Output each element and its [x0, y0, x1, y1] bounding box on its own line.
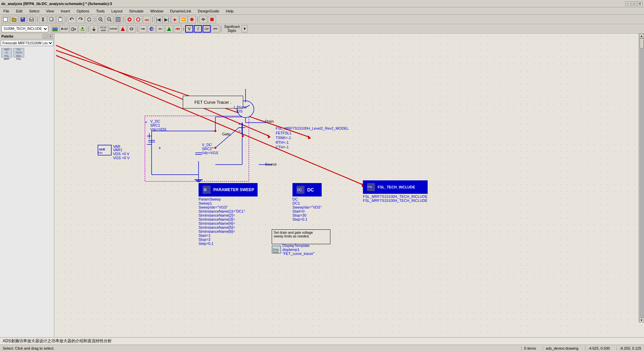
maximize-button[interactable]: □	[631, 1, 637, 6]
gnd-btn[interactable]	[90, 25, 98, 33]
vert2-btn[interactable]: I	[194, 25, 202, 33]
note-box: Set drain and gate voltagesweep limits a…	[272, 229, 330, 244]
vert-btn[interactable]: V	[185, 25, 193, 33]
zoom-in-button[interactable]	[97, 16, 105, 23]
svg-rect-4	[30, 17, 33, 19]
zoom-out-button[interactable]	[105, 16, 113, 23]
menu-view[interactable]: View	[44, 8, 56, 14]
copy-button[interactable]	[48, 16, 56, 23]
undo-button[interactable]	[68, 16, 76, 23]
net-btn[interactable]	[70, 25, 78, 33]
svg-marker-36	[81, 27, 84, 29]
palette-close-button[interactable]: ✕	[48, 34, 53, 38]
save-button[interactable]	[19, 16, 27, 23]
palette-fsl-label: FSL	[16, 57, 21, 60]
svg-point-99	[242, 135, 244, 137]
fet-curve-tracer-label: FET Curve Tracer .	[195, 100, 231, 105]
menu-select[interactable]: Select	[27, 8, 42, 14]
display-template-container: Disp Temp DisplayTemplate. disptemp1 "FE…	[272, 244, 315, 256]
menu-insert[interactable]: Insert	[59, 8, 72, 14]
svg-text:Temp: Temp	[273, 251, 278, 254]
play-button[interactable]: ▶	[171, 16, 179, 23]
scroll-down-button[interactable]: ▼	[639, 318, 644, 322]
title-bar: dc_analysis [RFPA_lib:DC_analysis:schema…	[0, 0, 644, 7]
wave2-button[interactable]	[199, 16, 207, 23]
port-btn[interactable]	[156, 25, 164, 33]
menu-tools[interactable]: Tools	[94, 8, 107, 14]
redo-button[interactable]	[76, 16, 85, 23]
palette-item-mrf[interactable]: MRFICFSL MRF	[1, 48, 12, 60]
svg-rect-61	[145, 116, 249, 181]
menu-help[interactable]: Help	[224, 8, 236, 14]
param-sweep-box[interactable]: ⚙ PARAMETER SWEEP	[199, 183, 258, 196]
cut-button[interactable]	[39, 16, 47, 23]
param-sim6: SimInstanceName[6]=	[199, 229, 258, 233]
param-sweep-icon: ⚙	[202, 185, 211, 194]
record-button[interactable]	[188, 16, 196, 23]
dc-stop: Stop=30	[292, 213, 322, 217]
wave3-btn[interactable]	[174, 25, 182, 33]
svg-line-14	[102, 20, 103, 21]
stop-button[interactable]	[134, 16, 142, 23]
wave-button[interactable]	[143, 16, 151, 23]
menu-designguide[interactable]: DesignGuide	[196, 8, 221, 14]
layer-btn[interactable]	[51, 25, 59, 33]
status-bar: ADS射频功率放大器设计之功率放大器的介绍和直流特性分析 Select: Cli…	[0, 337, 644, 352]
schematic-canvas[interactable]: + + VAR Eqn FET Curve Tracer . V_DC SRC1…	[54, 34, 644, 337]
scrollbar-right[interactable]: ▲ ▼	[639, 34, 644, 322]
iprobe-ids-label: IDS	[236, 109, 243, 113]
toolbar-1: |◀ ▶| ▶ ⏩	[0, 15, 644, 24]
step-fwd-button[interactable]: ▶|	[163, 16, 171, 23]
scrollbar-thumb[interactable]	[640, 38, 644, 48]
open-button[interactable]	[10, 16, 18, 23]
step-back-button[interactable]: |◀	[154, 16, 162, 23]
minimize-button[interactable]: ─	[625, 1, 631, 6]
dc-step: Step=0.1	[292, 217, 322, 221]
palette-library-combo[interactable]: Freescale MRF7S15100M Level2 Re▼	[1, 40, 53, 46]
red-marker-btn[interactable]	[119, 25, 127, 33]
refresh-button[interactable]	[85, 16, 93, 23]
zoom-fit-button[interactable]	[114, 16, 122, 23]
display-name: disptemp1	[282, 248, 315, 252]
vdc-label-btn[interactable]: 0110VAR	[99, 25, 108, 33]
dc-box[interactable]: DC DC	[292, 183, 322, 196]
menu-dynamiclink[interactable]: DynamicLink	[168, 8, 193, 14]
tech-include-combo[interactable]: S100M_TECH_INCLUDE	[1, 26, 48, 32]
param-sweep1: Sweep1	[199, 201, 258, 205]
dc2-btn[interactable]	[211, 25, 219, 33]
fsl-tech-box[interactable]: FSL FSL_TECH_INCLUDE	[363, 180, 428, 194]
palette-item-fsl[interactable]: FSLTECHINCL FSL	[13, 48, 24, 60]
fsl-icon: FSL	[366, 182, 376, 192]
palette-float-button[interactable]: □	[43, 34, 47, 38]
menu-options[interactable]: Options	[74, 8, 91, 14]
scroll-up-button[interactable]: ▲	[639, 34, 644, 38]
menu-edit[interactable]: Edit	[14, 8, 24, 14]
toolbar-sep-4	[123, 16, 124, 23]
src1-vdc-label: V_DC	[150, 119, 160, 123]
print-button[interactable]	[28, 16, 36, 23]
menu-simulate[interactable]: Simulate	[127, 8, 146, 14]
param-sim1: SimInstanceName[1]="DC1"	[199, 209, 258, 213]
export-btn[interactable]	[78, 25, 87, 33]
new-button[interactable]	[1, 16, 9, 23]
fast-fwd-button[interactable]: ⏩	[179, 16, 187, 23]
svg-point-100	[214, 147, 216, 149]
up-btn[interactable]	[165, 25, 173, 33]
rf-btn[interactable]: R-17	[60, 25, 69, 33]
svg-point-26	[190, 18, 194, 21]
menu-window[interactable]: Window	[148, 8, 165, 14]
close-button[interactable]: ✕	[637, 1, 643, 6]
simulate-button[interactable]	[125, 16, 133, 23]
svg-rect-29	[52, 29, 58, 30]
menu-file[interactable]: File	[1, 8, 11, 14]
component-btn[interactable]: ⚙	[148, 25, 156, 33]
resistor-btn[interactable]	[127, 25, 136, 33]
sig-digits-dropdown[interactable]: ▼	[241, 25, 248, 33]
name-btn[interactable]: NAME	[109, 25, 118, 33]
display-template-box[interactable]: Disp Temp DisplayTemplate. disptemp1 "FE…	[272, 244, 315, 256]
paste-button[interactable]	[56, 16, 64, 23]
stop2-button[interactable]	[208, 16, 216, 23]
op-btn[interactable]: OP	[203, 25, 211, 33]
menu-layout[interactable]: Layout	[109, 8, 124, 14]
arrow-r-btn[interactable]	[139, 25, 147, 33]
